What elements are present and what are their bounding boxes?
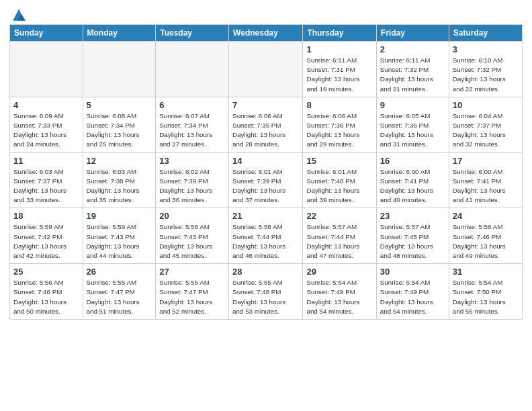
day-info: Sunrise: 6:08 AM (87, 111, 152, 121)
day-info: Sunrise: 6:04 AM (453, 111, 519, 121)
day-info: and 49 minutes. (453, 251, 519, 261)
day-info: Sunrise: 6:09 AM (13, 111, 79, 121)
day-cell: 27Sunrise: 5:55 AMSunset: 7:47 PMDayligh… (156, 264, 229, 320)
day-info: Sunrise: 6:06 AM (306, 111, 372, 121)
header (9, 7, 523, 19)
day-info: Sunset: 7:46 PM (13, 287, 79, 297)
day-info: and 35 minutes. (87, 195, 152, 205)
day-info: and 31 minutes. (380, 140, 445, 149)
day-number: 4 (13, 100, 79, 110)
day-info: Sunrise: 5:54 AM (453, 278, 519, 287)
day-info: and 27 minutes. (159, 140, 225, 149)
day-number: 9 (380, 100, 445, 110)
day-number: 28 (232, 267, 299, 277)
day-number: 14 (232, 156, 299, 166)
day-cell: 15Sunrise: 6:01 AMSunset: 7:40 PMDayligh… (303, 152, 376, 208)
day-info: Sunrise: 5:58 AM (159, 222, 225, 232)
day-cell: 26Sunrise: 5:55 AMSunset: 7:47 PMDayligh… (83, 264, 156, 320)
day-info: Daylight: 13 hours (13, 298, 79, 307)
day-header-tuesday: Tuesday (156, 25, 229, 42)
day-cell: 12Sunrise: 6:03 AMSunset: 7:38 PMDayligh… (83, 152, 156, 208)
day-cell: 4Sunrise: 6:09 AMSunset: 7:33 PMDaylight… (10, 97, 83, 152)
day-info: Sunset: 7:31 PM (306, 65, 372, 75)
day-header-monday: Monday (83, 25, 156, 42)
day-number: 8 (306, 100, 372, 110)
calendar-table: SundayMondayTuesdayWednesdayThursdayFrid… (9, 24, 523, 320)
page: SundayMondayTuesdayWednesdayThursdayFrid… (0, 0, 532, 411)
day-info: Daylight: 13 hours (380, 130, 445, 140)
day-info: Sunrise: 6:05 AM (380, 111, 445, 121)
day-info: Sunrise: 6:03 AM (13, 167, 79, 177)
day-number: 13 (159, 156, 225, 166)
day-number: 30 (380, 267, 445, 277)
day-info: Sunrise: 5:57 AM (380, 222, 445, 232)
day-info: Sunset: 7:44 PM (232, 232, 299, 242)
week-row-1: 4Sunrise: 6:09 AMSunset: 7:33 PMDaylight… (10, 97, 523, 152)
day-number: 17 (453, 156, 519, 166)
day-info: Daylight: 13 hours (159, 298, 225, 307)
day-info: Daylight: 13 hours (232, 186, 299, 195)
day-info: Sunset: 7:48 PM (232, 287, 299, 297)
day-info: Daylight: 13 hours (87, 298, 152, 307)
day-info: Sunset: 7:41 PM (453, 177, 519, 186)
day-number: 2 (380, 44, 445, 54)
day-cell (156, 42, 229, 97)
day-info: Daylight: 13 hours (306, 186, 372, 195)
day-header-friday: Friday (376, 25, 449, 42)
day-info: Sunset: 7:39 PM (159, 177, 225, 186)
day-info: Sunrise: 5:55 AM (159, 278, 225, 287)
day-cell (229, 42, 303, 97)
day-info: Sunrise: 6:02 AM (159, 167, 225, 177)
day-info: Sunset: 7:36 PM (306, 121, 372, 130)
day-header-wednesday: Wednesday (229, 25, 303, 42)
day-info: Sunrise: 5:56 AM (453, 222, 519, 232)
day-info: Sunrise: 5:59 AM (87, 222, 152, 232)
day-number: 31 (453, 267, 519, 277)
day-info: Daylight: 13 hours (306, 298, 372, 307)
day-number: 19 (87, 211, 152, 221)
logo-icon (11, 7, 27, 23)
day-cell: 18Sunrise: 5:59 AMSunset: 7:42 PMDayligh… (10, 208, 83, 264)
day-info: Sunset: 7:37 PM (453, 121, 519, 130)
day-info: and 37 minutes. (232, 195, 299, 205)
day-info: Sunrise: 5:54 AM (380, 278, 445, 287)
day-info: Sunset: 7:37 PM (13, 177, 79, 186)
day-info: Daylight: 13 hours (453, 130, 519, 140)
day-header-thursday: Thursday (303, 25, 376, 42)
day-info: Sunset: 7:46 PM (453, 232, 519, 242)
day-number: 7 (232, 100, 299, 110)
day-number: 22 (306, 211, 372, 221)
day-number: 15 (306, 156, 372, 166)
day-number: 6 (159, 100, 225, 110)
day-info: and 54 minutes. (306, 307, 372, 316)
day-cell: 10Sunrise: 6:04 AMSunset: 7:37 PMDayligh… (449, 97, 522, 152)
day-info: Sunset: 7:41 PM (380, 177, 445, 186)
day-info: Sunrise: 5:57 AM (306, 222, 372, 232)
week-row-4: 25Sunrise: 5:56 AMSunset: 7:46 PMDayligh… (10, 264, 523, 320)
day-cell: 13Sunrise: 6:02 AMSunset: 7:39 PMDayligh… (156, 152, 229, 208)
week-row-0: 1Sunrise: 6:11 AMSunset: 7:31 PMDaylight… (10, 42, 523, 97)
day-info: Sunset: 7:43 PM (87, 232, 152, 242)
day-number: 5 (87, 100, 152, 110)
day-info: Daylight: 13 hours (13, 186, 79, 195)
day-info: Sunrise: 6:06 AM (232, 111, 299, 121)
day-header-saturday: Saturday (449, 25, 522, 42)
day-info: Daylight: 13 hours (306, 130, 372, 140)
day-number: 27 (159, 267, 225, 277)
day-info: and 29 minutes. (306, 140, 372, 149)
day-info: and 33 minutes. (13, 195, 79, 205)
day-info: Sunset: 7:49 PM (306, 287, 372, 297)
day-info: Daylight: 13 hours (306, 242, 372, 251)
day-info: Sunset: 7:33 PM (13, 121, 79, 130)
day-info: and 24 minutes. (13, 140, 79, 149)
day-info: and 47 minutes. (306, 251, 372, 261)
day-number: 3 (453, 44, 519, 54)
day-info: Daylight: 13 hours (380, 298, 445, 307)
day-info: Sunrise: 5:55 AM (232, 278, 299, 287)
day-info: and 50 minutes. (13, 307, 79, 316)
day-info: and 44 minutes. (87, 251, 152, 261)
day-cell: 23Sunrise: 5:57 AMSunset: 7:45 PMDayligh… (376, 208, 449, 264)
day-info: Daylight: 13 hours (380, 75, 445, 84)
day-info: and 32 minutes. (453, 140, 519, 149)
day-cell: 25Sunrise: 5:56 AMSunset: 7:46 PMDayligh… (10, 264, 83, 320)
